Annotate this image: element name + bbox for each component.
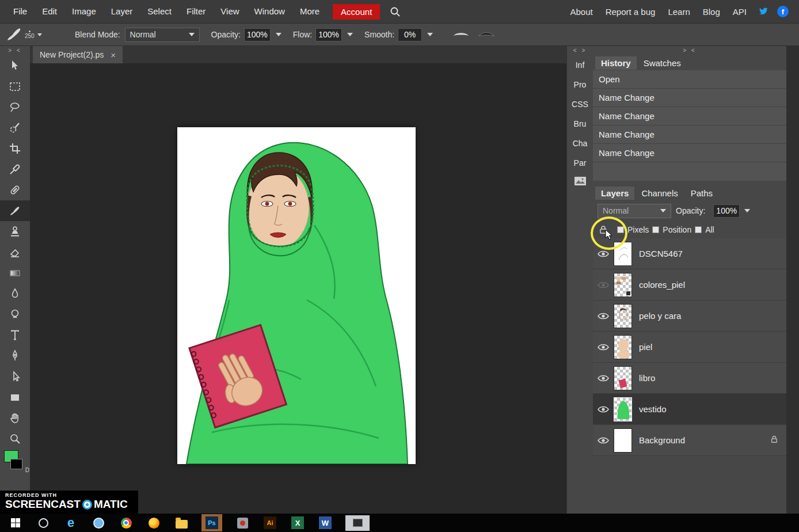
pinned-app-taskbar-button[interactable] — [91, 515, 106, 530]
layer-thumbnail[interactable] — [614, 366, 632, 390]
panel-tab-character[interactable]: Cha — [567, 134, 593, 153]
layer-thumbnail[interactable] — [614, 304, 632, 328]
history-step[interactable]: Name Change — [593, 126, 786, 144]
background-color-swatch[interactable] — [10, 459, 22, 469]
tab-layers[interactable]: Layers — [595, 187, 634, 200]
illustrator-taskbar-button[interactable]: Ai — [262, 515, 277, 530]
visibility-toggle[interactable] — [593, 313, 614, 320]
close-icon[interactable]: × — [111, 51, 116, 59]
menu-select[interactable]: Select — [140, 0, 179, 23]
panel-scrollbar[interactable] — [786, 46, 799, 514]
flow-input[interactable]: 100% — [315, 28, 342, 41]
visibility-toggle[interactable] — [593, 344, 614, 351]
chevron-down-icon[interactable] — [276, 33, 281, 36]
layer-thumbnail[interactable] — [614, 397, 632, 421]
visibility-toggle[interactable] — [593, 406, 614, 413]
panel-tab-brush[interactable]: Bru — [567, 114, 593, 134]
clone-stamp-tool[interactable] — [0, 221, 30, 242]
firefox-taskbar-button[interactable] — [146, 515, 161, 530]
menu-view[interactable]: View — [213, 0, 246, 23]
brush-preset-picker[interactable]: 250 — [6, 26, 63, 43]
panel-tab-info[interactable]: Inf — [567, 55, 593, 75]
menu-window[interactable]: Window — [247, 0, 292, 23]
hand-tool[interactable] — [0, 408, 30, 428]
taskbar-search-button[interactable] — [36, 515, 51, 530]
twitter-icon[interactable] — [758, 6, 769, 17]
blend-mode-select[interactable]: Normal — [125, 28, 200, 42]
layer-row-background[interactable]: Background — [593, 425, 786, 456]
account-button[interactable]: Account — [333, 4, 380, 20]
photoshop-taskbar-button[interactable]: Ps — [201, 514, 222, 531]
pressure-size-icon[interactable] — [478, 30, 495, 39]
search-button[interactable] — [389, 6, 401, 17]
word-taskbar-button[interactable]: W — [318, 515, 333, 530]
menu-layer[interactable]: Layer — [104, 0, 140, 23]
eraser-tool[interactable] — [0, 242, 30, 263]
facebook-icon[interactable]: f — [777, 6, 789, 17]
layer-thumbnail[interactable] — [614, 428, 632, 453]
visibility-toggle[interactable] — [593, 375, 614, 382]
document-tab[interactable]: New Project(2).ps × — [33, 46, 123, 63]
crop-tool[interactable] — [0, 138, 30, 159]
spot-heal-tool[interactable] — [0, 180, 30, 200]
image-panel-button[interactable] — [574, 176, 587, 188]
visibility-toggle[interactable] — [593, 250, 614, 257]
tab-paths[interactable]: Paths — [685, 187, 718, 200]
link-report-a-bug[interactable]: Report a bug — [599, 7, 662, 17]
panel-tab-paragraph[interactable]: Par — [567, 153, 593, 173]
menu-more[interactable]: More — [292, 0, 327, 23]
visibility-toggle[interactable] — [593, 282, 614, 288]
tab-channels[interactable]: Channels — [636, 187, 683, 200]
edge-taskbar-button[interactable]: e — [63, 515, 78, 530]
tab-history[interactable]: History — [595, 56, 637, 70]
layer-row-libro[interactable]: libro — [593, 363, 786, 394]
menu-file[interactable]: File — [6, 0, 35, 23]
opacity-input[interactable]: 100% — [244, 28, 271, 41]
brush-tool[interactable] — [0, 200, 30, 221]
move-tool[interactable] — [0, 55, 30, 76]
artwork-canvas[interactable] — [177, 127, 416, 464]
layer-row-piel[interactable]: piel — [593, 332, 786, 363]
panel-tab-css[interactable]: CSS — [567, 94, 593, 114]
gradient-tool[interactable] — [0, 263, 30, 283]
visibility-toggle[interactable] — [593, 437, 614, 444]
pressure-opacity-icon[interactable] — [452, 30, 470, 39]
history-step[interactable]: Name Change — [593, 144, 786, 162]
layer-blend-mode-select[interactable]: Normal — [598, 204, 671, 218]
shape-tool[interactable] — [0, 387, 30, 408]
link-learn[interactable]: Learn — [661, 7, 696, 17]
chevron-down-icon[interactable] — [427, 33, 433, 36]
quick-select-tool[interactable] — [0, 117, 30, 138]
layer-thumbnail[interactable] — [614, 273, 632, 297]
lasso-tool[interactable] — [0, 97, 30, 117]
panels-collapse-toggle[interactable]: < > — [573, 46, 587, 55]
link-api[interactable]: API — [726, 7, 753, 17]
eyedropper-tool[interactable] — [0, 159, 30, 180]
excel-taskbar-button[interactable]: X — [290, 515, 305, 530]
lock-position-checkbox[interactable] — [652, 226, 659, 233]
rect-select-tool[interactable] — [0, 76, 30, 97]
layer-row-colores-piel[interactable]: colores_piel — [593, 269, 786, 301]
link-blog[interactable]: Blog — [697, 7, 726, 17]
chevron-down-icon[interactable] — [347, 33, 353, 36]
chrome-taskbar-button[interactable] — [119, 515, 134, 530]
dodge-tool[interactable] — [0, 304, 30, 325]
default-colors-label[interactable]: D — [25, 467, 29, 473]
file-explorer-taskbar-button[interactable] — [174, 515, 189, 530]
zoom-tool[interactable] — [0, 428, 30, 449]
layer-thumbnail[interactable] — [614, 335, 632, 359]
path-select-tool[interactable] — [0, 366, 30, 387]
type-tool[interactable] — [0, 325, 30, 345]
blur-tool[interactable] — [0, 283, 30, 304]
start-button[interactable] — [8, 515, 23, 530]
toolbar-collapse-toggle[interactable]: > < — [8, 46, 21, 55]
layer-opacity-input[interactable]: 100% — [713, 204, 740, 218]
right-panel-collapse-toggle[interactable]: > < — [593, 46, 786, 55]
active-window-taskbar-button[interactable] — [345, 515, 370, 531]
layer-row-vestido[interactable]: vestido — [593, 394, 786, 425]
tab-swatches[interactable]: Swatches — [638, 56, 687, 70]
menu-edit[interactable]: Edit — [35, 0, 64, 23]
pen-tool[interactable] — [0, 345, 30, 366]
menu-filter[interactable]: Filter — [179, 0, 213, 23]
history-step[interactable]: Name Change — [593, 107, 786, 126]
